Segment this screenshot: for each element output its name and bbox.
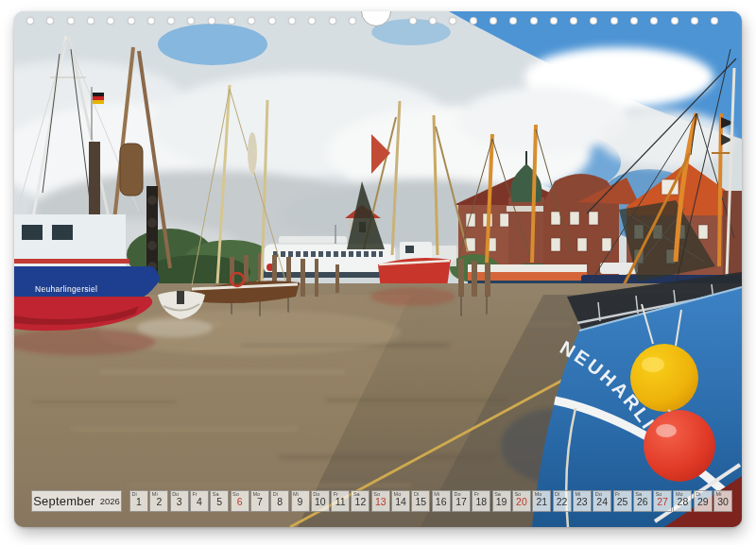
day-number: 8 <box>277 495 283 511</box>
left-boat-name: Neuharlingersiel <box>35 284 97 294</box>
calendar-day-cell: So13 <box>371 490 390 512</box>
punch-hole <box>691 17 698 25</box>
day-number: 6 <box>237 495 243 511</box>
month-label: September 2026 <box>31 490 122 512</box>
day-number: 29 <box>697 495 709 511</box>
calendar-day-cell: Sa12 <box>351 490 369 512</box>
punch-hole <box>147 17 155 25</box>
day-number: 11 <box>335 495 346 511</box>
weekday-abbr: Mo <box>252 491 260 497</box>
day-number: 28 <box>678 495 689 511</box>
day-number: 9 <box>298 495 303 511</box>
weekday-abbr: Sa <box>635 491 642 497</box>
calendar-day-cell: So27 <box>653 490 672 512</box>
weekday-abbr: Do <box>172 491 179 497</box>
weekday-abbr: Mo <box>394 491 402 497</box>
weekday-abbr: So <box>373 491 380 497</box>
calendar-day-cell: Fr18 <box>472 490 490 512</box>
punch-hole <box>349 17 356 25</box>
weekday-abbr: Mo <box>676 491 683 497</box>
day-number: 20 <box>516 495 527 511</box>
red-buoy <box>644 410 715 482</box>
calendar-day-cell: Sa5 <box>210 490 229 512</box>
calendar-day-cell: Mi23 <box>573 490 592 512</box>
weekday-abbr: Di <box>273 491 278 497</box>
punch-hole <box>490 17 497 25</box>
day-number: 24 <box>596 495 608 511</box>
day-number: 10 <box>315 495 326 511</box>
calendar-day-cell: Fr25 <box>613 490 632 512</box>
weekday-abbr: Di <box>555 491 559 497</box>
weekday-abbr: Di <box>696 491 700 497</box>
day-number: 1 <box>136 495 142 511</box>
weekday-abbr: So <box>514 491 521 497</box>
weekday-abbr: Mi <box>575 491 580 497</box>
punch-hole <box>208 17 215 25</box>
punch-hole <box>67 17 75 25</box>
calendar-page: Neuharlingersiel <box>14 11 742 527</box>
calendar-day-cell: Mo7 <box>250 490 269 512</box>
weekday-abbr: Mi <box>716 491 722 497</box>
punch-hole <box>228 17 235 25</box>
weekday-abbr: Mi <box>152 491 158 497</box>
punch-hole <box>530 17 538 25</box>
weekday-abbr: Sa <box>353 491 360 497</box>
punch-hole <box>429 17 437 25</box>
day-number: 12 <box>355 495 367 511</box>
weekday-abbr: Mi <box>434 491 439 497</box>
weekday-abbr: Di <box>414 491 419 497</box>
calendar-day-cell: Do3 <box>170 490 189 512</box>
month-name: September <box>33 494 94 508</box>
calendar-day-cell: Mi16 <box>432 490 451 512</box>
day-number: 17 <box>455 495 467 511</box>
calendar-day-cell: Di29 <box>694 490 713 512</box>
calendar-day-cell: Do24 <box>593 490 611 512</box>
calendar-day-cell: Mo21 <box>532 490 551 512</box>
calendar-day-cell: Do17 <box>452 490 471 512</box>
day-number: 2 <box>156 495 162 511</box>
weekday-abbr: Fr <box>192 491 197 497</box>
yellow-buoy <box>630 344 698 412</box>
day-row: Di1Mi2Do3Fr4Sa5So6Mo7Di8Mi9Do10Fr11Sa12S… <box>129 490 732 512</box>
day-number: 3 <box>177 495 182 511</box>
punch-hole <box>550 17 558 25</box>
calendar-day-cell: Di8 <box>270 490 289 512</box>
calendar-day-cell: Mi2 <box>149 490 168 512</box>
punch-hole <box>630 17 638 25</box>
calendar-day-cell: Fr4 <box>190 490 209 512</box>
day-number: 25 <box>617 495 628 511</box>
calendar-strip: September 2026 Di1Mi2Do3Fr4Sa5So6Mo7Di8M… <box>14 490 742 512</box>
weekday-abbr: Do <box>313 491 319 497</box>
punch-hole <box>26 17 34 25</box>
calendar-day-cell: Fr11 <box>331 490 350 512</box>
calendar-day-cell: Mo14 <box>391 490 410 512</box>
punch-hole <box>470 17 477 25</box>
calendar-day-cell: Di1 <box>129 490 148 512</box>
calendar-day-cell: Mi9 <box>291 490 310 512</box>
day-number: 27 <box>657 495 668 511</box>
weekday-abbr: So <box>656 491 662 497</box>
day-number: 13 <box>375 495 387 511</box>
punch-hole <box>409 17 417 25</box>
calendar-day-cell: Mo28 <box>673 490 692 512</box>
day-number: 21 <box>536 495 547 511</box>
calendar-day-cell: Sa19 <box>492 490 511 512</box>
day-number: 7 <box>257 495 263 511</box>
weekday-abbr: Fr <box>334 491 338 497</box>
day-number: 19 <box>496 495 507 511</box>
punch-hole <box>329 17 336 25</box>
day-number: 30 <box>717 495 729 511</box>
weekday-abbr: Di <box>132 491 137 497</box>
day-number: 26 <box>637 495 648 511</box>
day-number: 23 <box>576 495 588 511</box>
calendar-day-cell: Sa26 <box>633 490 652 512</box>
punch-hole <box>288 17 296 25</box>
day-number: 22 <box>557 495 568 511</box>
weekday-abbr: Mi <box>293 491 299 497</box>
day-number: 18 <box>475 495 487 511</box>
year-label: 2026 <box>100 496 120 506</box>
weekday-abbr: Fr <box>615 491 620 497</box>
punch-hole <box>87 17 94 25</box>
punch-hole <box>128 17 135 25</box>
calendar-day-cell: Di22 <box>553 490 572 512</box>
